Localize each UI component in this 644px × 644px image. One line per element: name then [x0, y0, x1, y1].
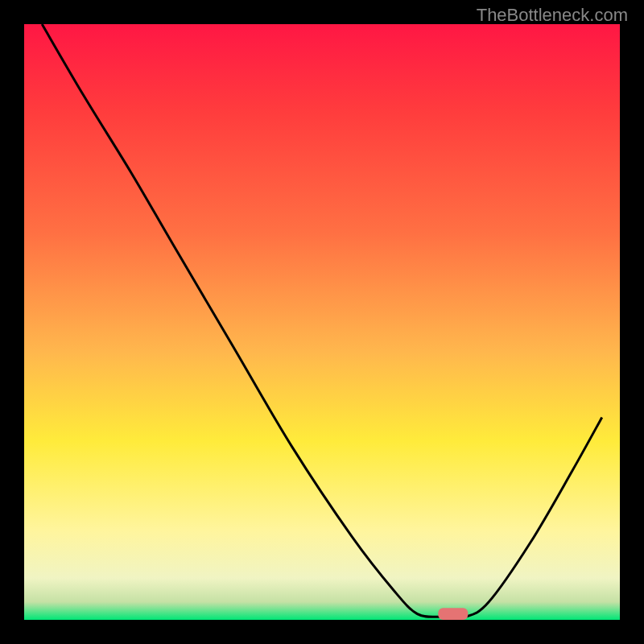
watermark-text: TheBottleneck.com — [477, 5, 628, 26]
optimal-marker — [438, 608, 468, 620]
chart-svg — [0, 0, 644, 644]
plot-area-gradient — [24, 24, 620, 620]
chart-container — [0, 0, 644, 644]
